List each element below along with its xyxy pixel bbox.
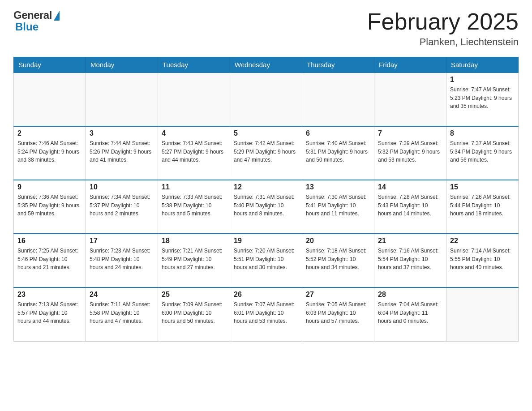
day-info: Sunrise: 7:14 AM Sunset: 5:55 PM Dayligh…	[450, 247, 515, 272]
calendar-header-tuesday: Tuesday	[158, 57, 230, 73]
calendar-cell: 5Sunrise: 7:42 AM Sunset: 5:29 PM Daylig…	[230, 126, 302, 180]
logo-blue-text: Blue	[15, 21, 39, 33]
calendar-cell	[158, 73, 230, 126]
page-header: General Blue February 2025 Planken, Liec…	[13, 9, 519, 48]
month-title: February 2025	[367, 9, 519, 34]
day-info: Sunrise: 7:39 AM Sunset: 5:32 PM Dayligh…	[378, 139, 442, 164]
day-info: Sunrise: 7:13 AM Sunset: 5:57 PM Dayligh…	[17, 300, 82, 325]
calendar-cell: 1Sunrise: 7:47 AM Sunset: 5:23 PM Daylig…	[446, 73, 519, 126]
day-info: Sunrise: 7:47 AM Sunset: 5:23 PM Dayligh…	[450, 86, 515, 111]
calendar-cell: 6Sunrise: 7:40 AM Sunset: 5:31 PM Daylig…	[302, 126, 374, 180]
calendar-header-sunday: Sunday	[14, 57, 86, 73]
calendar-week-row: 23Sunrise: 7:13 AM Sunset: 5:57 PM Dayli…	[14, 287, 519, 341]
calendar-cell: 4Sunrise: 7:43 AM Sunset: 5:27 PM Daylig…	[158, 126, 230, 180]
calendar-cell: 9Sunrise: 7:36 AM Sunset: 5:35 PM Daylig…	[14, 180, 86, 234]
calendar-cell	[374, 73, 446, 126]
calendar-week-row: 2Sunrise: 7:46 AM Sunset: 5:24 PM Daylig…	[14, 126, 519, 180]
day-info: Sunrise: 7:18 AM Sunset: 5:52 PM Dayligh…	[306, 247, 370, 272]
day-info: Sunrise: 7:04 AM Sunset: 6:04 PM Dayligh…	[378, 300, 442, 325]
calendar-week-row: 1Sunrise: 7:47 AM Sunset: 5:23 PM Daylig…	[14, 73, 519, 126]
location-label: Planken, Liechtenstein	[367, 36, 519, 48]
day-number: 21	[378, 237, 442, 245]
calendar-cell: 18Sunrise: 7:21 AM Sunset: 5:49 PM Dayli…	[158, 234, 230, 287]
title-block: February 2025 Planken, Liechtenstein	[367, 9, 519, 48]
day-info: Sunrise: 7:20 AM Sunset: 5:51 PM Dayligh…	[234, 247, 298, 272]
calendar-week-row: 16Sunrise: 7:25 AM Sunset: 5:46 PM Dayli…	[14, 234, 519, 287]
day-number: 3	[90, 129, 154, 137]
logo-general-text: General	[13, 9, 52, 21]
day-info: Sunrise: 7:43 AM Sunset: 5:27 PM Dayligh…	[162, 139, 226, 164]
day-number: 18	[162, 237, 226, 245]
calendar-week-row: 9Sunrise: 7:36 AM Sunset: 5:35 PM Daylig…	[14, 180, 519, 234]
calendar-cell	[230, 73, 302, 126]
day-number: 15	[450, 183, 515, 191]
day-number: 10	[90, 183, 154, 191]
calendar-cell: 13Sunrise: 7:30 AM Sunset: 5:41 PM Dayli…	[302, 180, 374, 234]
day-number: 13	[306, 183, 370, 191]
calendar-cell: 11Sunrise: 7:33 AM Sunset: 5:38 PM Dayli…	[158, 180, 230, 234]
day-number: 2	[17, 129, 82, 137]
calendar-header-thursday: Thursday	[302, 57, 374, 73]
day-info: Sunrise: 7:28 AM Sunset: 5:43 PM Dayligh…	[378, 193, 442, 218]
day-number: 19	[234, 237, 298, 245]
day-number: 4	[162, 129, 226, 137]
day-info: Sunrise: 7:26 AM Sunset: 5:44 PM Dayligh…	[450, 193, 515, 218]
calendar-cell: 20Sunrise: 7:18 AM Sunset: 5:52 PM Dayli…	[302, 234, 374, 287]
calendar-cell: 25Sunrise: 7:09 AM Sunset: 6:00 PM Dayli…	[158, 287, 230, 341]
calendar-cell	[14, 73, 86, 126]
day-number: 14	[378, 183, 442, 191]
calendar-header-saturday: Saturday	[446, 57, 519, 73]
day-info: Sunrise: 7:33 AM Sunset: 5:38 PM Dayligh…	[162, 193, 226, 218]
day-info: Sunrise: 7:34 AM Sunset: 5:37 PM Dayligh…	[90, 193, 154, 218]
day-info: Sunrise: 7:31 AM Sunset: 5:40 PM Dayligh…	[234, 193, 298, 218]
calendar-cell: 21Sunrise: 7:16 AM Sunset: 5:54 PM Dayli…	[374, 234, 446, 287]
calendar-cell: 24Sunrise: 7:11 AM Sunset: 5:58 PM Dayli…	[86, 287, 158, 341]
calendar-cell: 2Sunrise: 7:46 AM Sunset: 5:24 PM Daylig…	[14, 126, 86, 180]
calendar-table: SundayMondayTuesdayWednesdayThursdayFrid…	[13, 57, 519, 342]
calendar-cell: 8Sunrise: 7:37 AM Sunset: 5:34 PM Daylig…	[446, 126, 519, 180]
day-info: Sunrise: 7:05 AM Sunset: 6:03 PM Dayligh…	[306, 300, 370, 325]
calendar-header-monday: Monday	[86, 57, 158, 73]
day-info: Sunrise: 7:25 AM Sunset: 5:46 PM Dayligh…	[17, 247, 82, 272]
day-number: 9	[17, 183, 82, 191]
day-info: Sunrise: 7:16 AM Sunset: 5:54 PM Dayligh…	[378, 247, 442, 272]
day-info: Sunrise: 7:11 AM Sunset: 5:58 PM Dayligh…	[90, 300, 154, 325]
day-info: Sunrise: 7:46 AM Sunset: 5:24 PM Dayligh…	[17, 139, 82, 164]
day-number: 5	[234, 129, 298, 137]
logo: General Blue	[13, 9, 60, 33]
day-number: 11	[162, 183, 226, 191]
calendar-cell: 23Sunrise: 7:13 AM Sunset: 5:57 PM Dayli…	[14, 287, 86, 341]
day-info: Sunrise: 7:40 AM Sunset: 5:31 PM Dayligh…	[306, 139, 370, 164]
day-number: 12	[234, 183, 298, 191]
calendar-cell: 14Sunrise: 7:28 AM Sunset: 5:43 PM Dayli…	[374, 180, 446, 234]
day-number: 24	[90, 291, 154, 299]
calendar-header-row: SundayMondayTuesdayWednesdayThursdayFrid…	[14, 57, 519, 73]
calendar-cell: 27Sunrise: 7:05 AM Sunset: 6:03 PM Dayli…	[302, 287, 374, 341]
calendar-cell: 17Sunrise: 7:23 AM Sunset: 5:48 PM Dayli…	[86, 234, 158, 287]
calendar-cell: 12Sunrise: 7:31 AM Sunset: 5:40 PM Dayli…	[230, 180, 302, 234]
calendar-cell	[446, 287, 519, 341]
day-info: Sunrise: 7:37 AM Sunset: 5:34 PM Dayligh…	[450, 139, 515, 164]
calendar-cell: 10Sunrise: 7:34 AM Sunset: 5:37 PM Dayli…	[86, 180, 158, 234]
calendar-cell: 22Sunrise: 7:14 AM Sunset: 5:55 PM Dayli…	[446, 234, 519, 287]
day-info: Sunrise: 7:44 AM Sunset: 5:26 PM Dayligh…	[90, 139, 154, 164]
day-number: 27	[306, 291, 370, 299]
calendar-cell: 3Sunrise: 7:44 AM Sunset: 5:26 PM Daylig…	[86, 126, 158, 180]
calendar-cell: 28Sunrise: 7:04 AM Sunset: 6:04 PM Dayli…	[374, 287, 446, 341]
calendar-cell: 19Sunrise: 7:20 AM Sunset: 5:51 PM Dayli…	[230, 234, 302, 287]
calendar-cell: 7Sunrise: 7:39 AM Sunset: 5:32 PM Daylig…	[374, 126, 446, 180]
day-info: Sunrise: 7:30 AM Sunset: 5:41 PM Dayligh…	[306, 193, 370, 218]
calendar-cell: 15Sunrise: 7:26 AM Sunset: 5:44 PM Dayli…	[446, 180, 519, 234]
day-info: Sunrise: 7:23 AM Sunset: 5:48 PM Dayligh…	[90, 247, 154, 272]
day-number: 1	[450, 76, 515, 84]
calendar-header-wednesday: Wednesday	[230, 57, 302, 73]
calendar-cell: 26Sunrise: 7:07 AM Sunset: 6:01 PM Dayli…	[230, 287, 302, 341]
day-info: Sunrise: 7:07 AM Sunset: 6:01 PM Dayligh…	[234, 300, 298, 325]
day-info: Sunrise: 7:36 AM Sunset: 5:35 PM Dayligh…	[17, 193, 82, 218]
day-info: Sunrise: 7:09 AM Sunset: 6:00 PM Dayligh…	[162, 300, 226, 325]
calendar-cell: 16Sunrise: 7:25 AM Sunset: 5:46 PM Dayli…	[14, 234, 86, 287]
day-number: 20	[306, 237, 370, 245]
calendar-header-friday: Friday	[374, 57, 446, 73]
day-info: Sunrise: 7:21 AM Sunset: 5:49 PM Dayligh…	[162, 247, 226, 272]
day-number: 7	[378, 129, 442, 137]
